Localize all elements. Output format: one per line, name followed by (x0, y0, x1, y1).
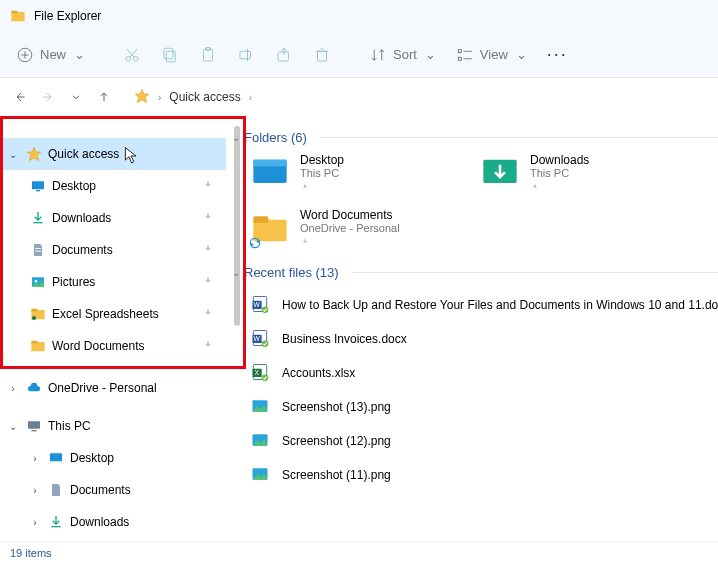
image-icon (250, 396, 270, 419)
up-button[interactable] (90, 83, 118, 111)
svg-rect-35 (31, 342, 44, 351)
svg-rect-28 (35, 248, 40, 249)
cloud-icon (24, 380, 44, 396)
sidebar-item-pictures[interactable]: Pictures (0, 266, 226, 298)
sidebar-item-pc-documents[interactable]: › Documents (0, 474, 226, 506)
delete-button[interactable] (303, 38, 341, 72)
svg-text:X: X (254, 369, 259, 376)
sidebar-item-onedrive[interactable]: › OneDrive - Personal (0, 372, 226, 404)
more-button[interactable]: ··· (537, 38, 578, 72)
copy-button[interactable] (151, 38, 189, 72)
folder-name: Desktop (300, 153, 344, 167)
sidebar-item-pc-downloads[interactable]: › Downloads (0, 506, 226, 538)
svg-rect-9 (166, 51, 175, 62)
desktop-icon (250, 153, 290, 196)
desktop-icon (46, 450, 66, 466)
chevron-right-icon: › (249, 92, 252, 103)
folder-item[interactable]: Word Documents OneDrive - Personal (250, 208, 450, 251)
cut-button[interactable] (113, 38, 151, 72)
chevron-right-icon: › (6, 383, 20, 394)
chevron-down-icon: ⌄ (6, 149, 20, 160)
recent-section: ⌄ Recent files (13) W How to Back Up and… (232, 265, 718, 492)
sidebar-item-quick-access[interactable]: ⌄ Quick access (0, 138, 226, 170)
file-name: Screenshot (11).png (282, 468, 391, 482)
sync-icon (248, 236, 262, 250)
sidebar-item-desktop[interactable]: Desktop (0, 170, 226, 202)
svg-rect-29 (35, 251, 40, 252)
svg-marker-23 (135, 89, 148, 102)
forward-button[interactable] (34, 83, 62, 111)
svg-rect-15 (278, 52, 289, 61)
sidebar-item-label: Excel Spreadsheets (52, 307, 159, 321)
status-text: 19 items (10, 547, 52, 559)
recent-header[interactable]: ⌄ Recent files (13) (232, 265, 718, 280)
app-title: File Explorer (34, 9, 101, 23)
history-button[interactable] (62, 83, 90, 111)
ellipsis-icon: ··· (547, 44, 568, 65)
chevron-down-icon: ⌄ (232, 132, 240, 143)
address-location: Quick access (169, 90, 240, 104)
svg-rect-26 (36, 190, 40, 191)
share-button[interactable] (265, 38, 303, 72)
word-icon: W (250, 294, 270, 317)
svg-rect-37 (28, 421, 40, 428)
sidebar-item-this-pc[interactable]: ⌄ This PC (0, 410, 226, 442)
svg-rect-19 (458, 49, 461, 52)
svg-point-31 (35, 280, 38, 283)
sidebar-item-label: Documents (70, 483, 131, 497)
sidebar-item-label: Word Documents (52, 339, 144, 353)
file-item[interactable]: W Business Invoices.docx (250, 322, 718, 356)
folders-header[interactable]: ⌄ Folders (6) (232, 130, 718, 145)
chevron-right-icon: › (28, 517, 42, 528)
file-item[interactable]: Screenshot (13).png (250, 390, 718, 424)
file-item[interactable]: W How to Back Up and Restore Your Files … (250, 288, 718, 322)
pin-icon (202, 307, 214, 322)
folder-item[interactable]: Downloads This PC (480, 153, 680, 196)
desktop-icon (28, 178, 48, 194)
back-button[interactable] (6, 83, 34, 111)
svg-rect-20 (458, 57, 461, 60)
folder-icon (28, 306, 48, 322)
folder-item[interactable]: Desktop This PC (250, 153, 450, 196)
view-button[interactable]: View ⌄ (446, 38, 537, 72)
sort-button[interactable]: Sort ⌄ (359, 38, 446, 72)
pin-icon (300, 237, 310, 247)
folders-title: Folders (6) (244, 130, 307, 145)
status-bar: 19 items (0, 541, 718, 563)
file-item[interactable]: Screenshot (11).png (250, 458, 718, 492)
chevron-down-icon: ⌄ (232, 267, 240, 278)
pin-icon (530, 182, 540, 192)
sort-label: Sort (393, 47, 417, 62)
rename-button[interactable] (227, 38, 265, 72)
new-button[interactable]: New ⌄ (6, 38, 95, 72)
sidebar-item-excel[interactable]: Excel Spreadsheets (0, 298, 226, 330)
svg-rect-33 (31, 309, 37, 312)
view-label: View (480, 47, 508, 62)
svg-text:W: W (254, 335, 261, 342)
address-bar[interactable]: › Quick access › (126, 83, 712, 111)
folder-location: This PC (530, 167, 589, 179)
sidebar-item-word[interactable]: Word Documents (0, 330, 226, 362)
chevron-down-icon: ⌄ (74, 47, 85, 62)
chevron-right-icon: › (28, 453, 42, 464)
pin-icon (202, 179, 214, 194)
file-item[interactable]: X Accounts.xlsx (250, 356, 718, 390)
svg-point-34 (32, 316, 36, 320)
sidebar-item-downloads[interactable]: Downloads (0, 202, 226, 234)
sidebar-item-label: Downloads (52, 211, 111, 225)
recent-title: Recent files (13) (244, 265, 339, 280)
chevron-right-icon: › (158, 92, 161, 103)
pin-icon (300, 182, 310, 192)
folders-section: ⌄ Folders (6) Desktop This PC Download (232, 130, 718, 251)
file-item[interactable]: Screenshot (12).png (250, 424, 718, 458)
pin-icon (202, 275, 214, 290)
title-bar: File Explorer (0, 0, 718, 32)
file-name: How to Back Up and Restore Your Files an… (282, 298, 718, 312)
download-icon (28, 210, 48, 226)
chevron-down-icon: ⌄ (516, 47, 527, 62)
sidebar-item-label: This PC (48, 419, 91, 433)
sidebar-item-documents[interactable]: Documents (0, 234, 226, 266)
paste-button[interactable] (189, 38, 227, 72)
sidebar-item-pc-desktop[interactable]: › Desktop (0, 442, 226, 474)
pc-icon (24, 418, 44, 434)
